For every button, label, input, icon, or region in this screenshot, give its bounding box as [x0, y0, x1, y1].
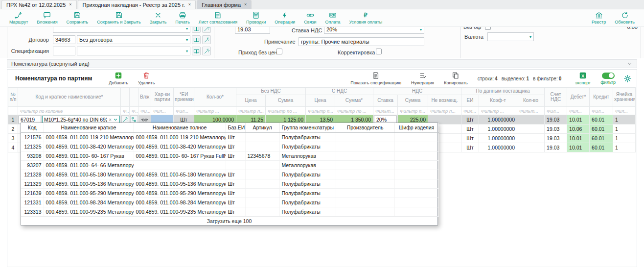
column-header[interactable]: Влж	[138, 88, 151, 107]
tab-close-icon[interactable]: ×	[244, 2, 247, 7]
attachments-button[interactable]: Вложения	[32, 10, 62, 26]
filter-cell[interactable]: Фи...	[138, 107, 151, 115]
filter-cell[interactable]: Фил...	[174, 107, 194, 115]
delete-button[interactable]: Удалить	[138, 72, 155, 85]
note-input[interactable]: группы: Прочие материалы	[299, 37, 424, 46]
cell-vat_acc[interactable]: 19.03	[545, 134, 567, 143]
print-button[interactable]: Печать	[171, 10, 194, 26]
filter-cell[interactable]: Фил...	[590, 107, 613, 115]
tab[interactable]: Главная форма×	[197, 0, 252, 9]
cell-cell[interactable]: 1	[613, 143, 636, 152]
close-button[interactable]: Закрыть	[145, 10, 171, 26]
column-header[interactable]: Цена	[306, 95, 335, 107]
cell-cell[interactable]: 1	[613, 115, 636, 125]
save-button[interactable]: Сохранить	[62, 10, 93, 26]
dictionary-button[interactable]	[192, 35, 201, 44]
dropdown-column-header[interactable]: Наименование полное	[134, 123, 226, 132]
payment-terms-button[interactable]: ₽Условия оплаты	[345, 10, 387, 26]
cell-debit[interactable]: 10.01	[567, 134, 590, 143]
contract-combobox[interactable]: Без договора▾	[77, 35, 190, 44]
tab[interactable]: Приходная накладная - Реестр за 2025 г.×	[78, 0, 196, 9]
filter-cell[interactable]: Ф...	[130, 107, 138, 115]
cell-debit[interactable]: 10.01	[567, 115, 590, 125]
column-header[interactable]: Ячейка хранения	[613, 88, 636, 107]
dropdown-row[interactable]: 121331000.4859. 011.000-98-284 Металлору…	[21, 198, 438, 207]
magic-wand-button[interactable]	[202, 47, 211, 55]
column-header[interactable]: Сумма*	[335, 95, 373, 107]
filter-cell[interactable]: Фильтр по колонке	[18, 107, 121, 115]
filter-cell[interactable]	[8, 107, 18, 115]
cell-num[interactable]: 2	[8, 125, 18, 134]
refresh-button[interactable]: Обновить	[610, 10, 639, 26]
cell-debit[interactable]: 10.06	[567, 125, 590, 134]
cell-sqty[interactable]	[517, 134, 545, 143]
filter-cell[interactable]: Фил...	[545, 107, 567, 115]
cell-debit[interactable]: 10.01	[567, 143, 590, 152]
filter-cell[interactable]: Ф...	[121, 107, 130, 115]
cell-vat_acc[interactable]: 19.03	[545, 125, 567, 134]
cell-sei[interactable]: Шт	[461, 115, 479, 125]
toggle-switch-icon[interactable]	[602, 73, 615, 79]
tab-close-icon[interactable]: ×	[188, 2, 191, 7]
column-header[interactable]: ЕИ	[461, 95, 479, 107]
registry-button[interactable]: Реестр	[587, 10, 610, 26]
nomenclature-section-bar[interactable]: Номенклатура (свернутый вид)	[7, 59, 637, 68]
column-header[interactable]: Ставка	[373, 95, 398, 107]
without-checkbox[interactable]	[485, 27, 491, 30]
filter-cell[interactable]: Фильтр п...	[428, 107, 461, 115]
column-header[interactable]: Счет НДС	[545, 88, 567, 107]
filter-toggle[interactable]: фильтр	[600, 73, 616, 85]
payment-button[interactable]: Оплата	[321, 10, 345, 26]
column-header[interactable]: Цена	[236, 95, 266, 107]
save-close-button[interactable]: Сохранить и Закрыть	[92, 10, 145, 26]
cell-vat_acc[interactable]: 19.03	[545, 115, 567, 125]
correction-checkbox[interactable]	[376, 49, 382, 54]
cell-sqty[interactable]	[517, 125, 545, 134]
column-header[interactable]: Сумма	[266, 95, 306, 107]
dropdown-column-header[interactable]: Шифр изделия	[394, 123, 438, 132]
filter-cell[interactable]: Фильтр п...	[398, 107, 428, 115]
dropdown-row[interactable]: 93208000.4859. 011.000- 60- 167 Рукав000…	[21, 151, 438, 160]
filter-cell[interactable]: Фильтр ...	[194, 107, 236, 115]
route-button[interactable]: Маршрут	[5, 10, 32, 26]
cell-credit[interactable]: 60.01	[590, 125, 613, 134]
cell-credit[interactable]: 60.01	[590, 115, 613, 125]
numbering-button[interactable]: Нумерация	[411, 72, 434, 85]
column-header[interactable]: Кредит	[590, 88, 613, 107]
dropdown-column-header[interactable]: Код	[21, 123, 44, 132]
tab[interactable]: ПРХ №42 от 12.02.2025×	[1, 0, 77, 9]
add-button[interactable]: Добавить	[109, 72, 128, 85]
specification-combobox[interactable]: ▾	[77, 47, 190, 55]
vat-account-input[interactable]: 19.03	[235, 27, 270, 34]
view-attachments-icon[interactable]	[141, 116, 148, 123]
filter-cell[interactable]: Фильтр ...	[479, 107, 517, 115]
cell-sqty[interactable]	[517, 115, 545, 125]
dropdown-row[interactable]: 121328000.4859. 011.000-65-180 Металлору…	[21, 170, 438, 179]
links-button[interactable]: Связи	[299, 10, 321, 26]
column-header[interactable]: Сумма	[398, 95, 428, 107]
cell-num[interactable]: 3	[8, 134, 18, 143]
filter-cell[interactable]: Фил...	[567, 107, 590, 115]
dropdown-column-header[interactable]: Артикул	[245, 123, 279, 132]
cell-num[interactable]: 4	[8, 143, 18, 152]
filter-cell[interactable]: Фил...	[461, 107, 479, 115]
cell-vat_acc[interactable]: 19.03	[545, 143, 567, 152]
cell-sei[interactable]: Шт	[461, 143, 479, 152]
column-header[interactable]: Коэф-т	[479, 95, 517, 107]
cell-coef[interactable]: 1.00000000	[479, 143, 517, 152]
column-header[interactable]: Кол-во	[517, 95, 545, 107]
dictionary-button[interactable]	[192, 47, 201, 55]
copy-button[interactable]: Копировать	[444, 72, 467, 85]
operations-button[interactable]: Операции	[270, 10, 299, 26]
filter-cell[interactable]: Фильт...	[373, 107, 398, 115]
dropdown-row[interactable]: 121325000.4859. 011.000-38-420 Металлору…	[21, 142, 438, 151]
cell-credit[interactable]: 60.01	[590, 134, 613, 143]
dropdown-column-header[interactable]: Наименование краткое	[44, 123, 134, 132]
filter-cell[interactable]: Фильт...	[517, 107, 545, 115]
dropdown-row[interactable]: 121576000.4859. 011.000-119-210 Металлор…	[21, 132, 438, 142]
column-header[interactable]	[130, 88, 138, 107]
dropdown-column-header[interactable]: Группа номенклатуры	[279, 123, 336, 132]
dropdown-row[interactable]: 93207000.4859. 011.000- 64- 66 Металлору…	[21, 160, 438, 170]
magic-wand-button[interactable]	[202, 35, 211, 44]
column-header[interactable]: № п/п	[8, 88, 18, 107]
